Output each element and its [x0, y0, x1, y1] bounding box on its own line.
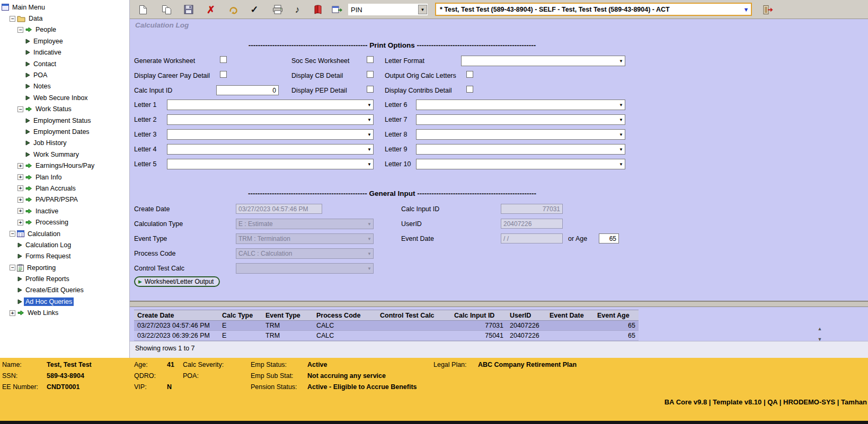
letter-2-select-arrow-icon[interactable]: ▼ — [366, 118, 373, 122]
tree-item-forms-request[interactable]: Forms Request — [0, 251, 129, 262]
red-book-icon[interactable] — [312, 3, 324, 16]
letter-9-select-arrow-icon[interactable]: ▼ — [617, 147, 625, 152]
letter-5-select[interactable]: ▼ — [167, 159, 374, 169]
collapse-toggle[interactable]: − — [17, 106, 23, 112]
tree-item-label[interactable]: Employment Dates — [32, 128, 91, 136]
participant-select-arrow-icon[interactable]: ▼ — [741, 6, 751, 13]
tree-item-work-summary[interactable]: Work Summary — [0, 149, 129, 160]
tree-item-employment-status[interactable]: Employment Status — [0, 115, 129, 126]
tree-item-indicative[interactable]: Indicative — [0, 47, 129, 58]
tree-item-label[interactable]: Reporting — [25, 264, 57, 272]
letter-5-select-arrow-icon[interactable]: ▼ — [366, 162, 373, 167]
letter-3-select-arrow-icon[interactable]: ▼ — [366, 132, 373, 137]
pin-select[interactable]: PIN ▼ — [348, 4, 428, 15]
participant-select[interactable]: * Test, Test Test (589-43-8904) - SELF -… — [435, 3, 752, 16]
display-contribs-detail-checkbox[interactable] — [466, 86, 473, 93]
tree-item-label[interactable]: Calculation — [26, 230, 62, 238]
confirm-icon[interactable]: ✓ — [248, 3, 261, 16]
scroll-down-button[interactable]: ▼ — [816, 337, 823, 342]
letter-8-select[interactable]: ▼ — [416, 129, 625, 140]
output-orig-calc-letters-checkbox[interactable] — [466, 71, 473, 78]
expand-toggle[interactable]: + — [10, 310, 15, 316]
tree-item-employee[interactable]: Employee — [0, 35, 129, 47]
tree-item-label[interactable]: Web Secure Inbox — [32, 94, 90, 102]
collapse-toggle[interactable]: − — [17, 27, 23, 33]
generate-worksheet-checkbox[interactable] — [220, 56, 227, 63]
tree-item-label[interactable]: Ad Hoc Queries — [24, 297, 74, 306]
letter-4-select[interactable]: ▼ — [167, 144, 374, 155]
letter-3-select[interactable]: ▼ — [167, 129, 374, 140]
letter-2-select[interactable]: ▼ — [167, 114, 374, 125]
collapse-toggle[interactable]: − — [10, 16, 15, 22]
tree-item-label[interactable]: Plan Accruals — [34, 184, 77, 193]
tree-item-label[interactable]: Work Status — [34, 105, 73, 113]
pin-select-arrow-icon[interactable]: ▼ — [418, 5, 427, 14]
tree-item-label[interactable]: Calculation Log — [24, 241, 73, 249]
save-icon[interactable] — [182, 3, 195, 16]
column-header-event-age[interactable]: Event Age — [594, 312, 639, 319]
scroll-up-button[interactable]: ▲ — [816, 326, 823, 331]
tree-item-processing[interactable]: +Processing — [0, 216, 129, 228]
column-header-userid[interactable]: UserID — [507, 312, 546, 319]
delete-icon[interactable]: ✗ — [205, 3, 217, 16]
tree-item-label[interactable]: Profile Reports — [24, 275, 71, 283]
tree-item-label[interactable]: Processing — [34, 218, 70, 227]
tree-item-label[interactable]: Notes — [32, 82, 52, 91]
letter-6-select-arrow-icon[interactable]: ▼ — [617, 103, 625, 107]
tree-item-label[interactable]: Data — [27, 14, 44, 23]
tree-item-reporting[interactable]: −Reporting — [0, 262, 129, 273]
worksheet-letter-output-button[interactable]: ▶ Worksheet/Letter Output — [134, 276, 220, 287]
tree-item-plan-info[interactable]: +Plan Info — [0, 172, 129, 183]
tree-item-label[interactable]: POA — [32, 71, 49, 79]
display-cb-detail-checkbox[interactable] — [367, 71, 374, 78]
tree-item-inactive[interactable]: +Inactive — [0, 205, 129, 216]
soc-sec-worksheet-checkbox[interactable] — [367, 56, 374, 63]
expand-toggle[interactable]: + — [17, 174, 23, 180]
tree-item-web-links[interactable]: +Web Links — [0, 308, 129, 319]
collapse-toggle[interactable]: − — [10, 265, 15, 270]
display-pep-detail-checkbox[interactable] — [367, 86, 374, 93]
collapse-toggle[interactable]: − — [10, 231, 15, 237]
column-header-control-test-calc[interactable]: Control Test Calc — [377, 312, 451, 319]
letter-10-select-arrow-icon[interactable]: ▼ — [617, 162, 625, 167]
column-header-event-type[interactable]: Event Type — [262, 312, 313, 319]
column-header-process-code[interactable]: Process Code — [313, 312, 377, 319]
column-header-calc-type[interactable]: Calc Type — [219, 312, 262, 319]
expand-toggle[interactable]: + — [17, 163, 23, 169]
export-icon[interactable] — [331, 3, 343, 16]
tree-item-create-edit-queries[interactable]: Create/Edit Queries — [0, 285, 129, 296]
tree-item-label[interactable]: Web Links — [26, 309, 60, 317]
column-header-calc-input-id[interactable]: Calc Input ID — [451, 312, 507, 319]
tree-item-work-status[interactable]: −Work Status — [0, 104, 129, 115]
tree-item-label[interactable]: Employee — [32, 37, 65, 46]
tree-item-label[interactable]: Plan Info — [34, 173, 63, 182]
tree-item-notes[interactable]: Notes — [0, 81, 129, 92]
tree-item-label[interactable]: Inactive — [34, 207, 60, 215]
column-header-create-date[interactable]: Create Date — [134, 312, 219, 319]
tree-item-ad-hoc-queries[interactable]: Ad Hoc Queries — [0, 296, 129, 307]
tree-item-employment-dates[interactable]: Employment Dates — [0, 126, 129, 137]
undo-icon[interactable] — [227, 3, 240, 16]
column-header-event-date[interactable]: Event Date — [546, 312, 594, 319]
tree-item-main-menu[interactable]: Main Menu — [0, 2, 129, 13]
tree-item-calculation[interactable]: −Calculation — [0, 228, 129, 239]
tree-item-pa-par-pspa[interactable]: +PA/PAR/PSPA — [0, 194, 129, 205]
letter-7-select-arrow-icon[interactable]: ▼ — [617, 118, 625, 122]
letter-1-select[interactable]: ▼ — [167, 100, 374, 110]
tree-item-data[interactable]: −Data — [0, 13, 129, 24]
letter-6-select[interactable]: ▼ — [416, 100, 625, 110]
letter-format-arrow-icon[interactable]: ▼ — [617, 59, 625, 64]
print-icon[interactable] — [271, 3, 284, 16]
tree-item-label[interactable]: Create/Edit Queries — [24, 286, 85, 294]
tree-item-job-history[interactable]: Job History — [0, 138, 129, 149]
letter-7-select[interactable]: ▼ — [416, 114, 625, 125]
tree-item-label[interactable]: Employment Status — [32, 116, 92, 125]
tree-item-label[interactable]: Job History — [32, 139, 68, 147]
tree-item-poa[interactable]: POA — [0, 69, 129, 80]
tree-item-label[interactable]: Work Summary — [32, 150, 81, 159]
expand-toggle[interactable]: + — [17, 208, 23, 214]
exit-icon[interactable] — [761, 3, 774, 16]
tree-item-label[interactable]: Forms Request — [24, 252, 72, 260]
tree-item-people[interactable]: −People — [0, 24, 129, 35]
note-icon[interactable]: ♪ — [291, 3, 304, 16]
